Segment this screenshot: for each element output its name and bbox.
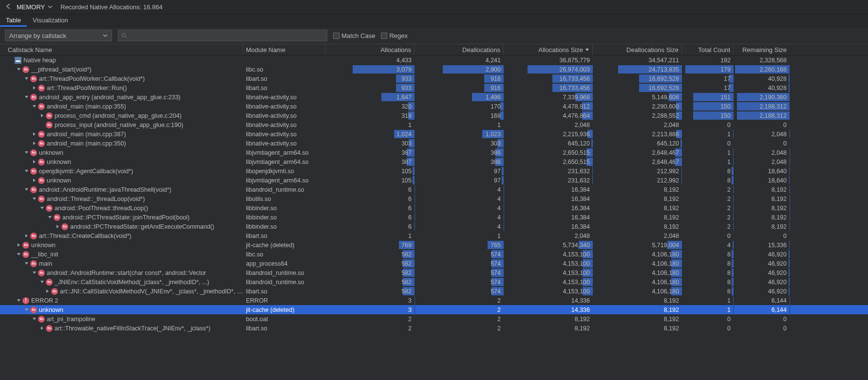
collapse-icon[interactable] [31, 316, 37, 322]
column-allocations-size[interactable]: Allocations Size [504, 44, 593, 55]
module-cell: libnative-activity.so [243, 94, 325, 101]
numeric-cell: 386 [415, 157, 504, 166]
table-row[interactable]: fnunknownlibjvmtiagent_arm64.so3873862,6… [0, 157, 868, 166]
expand-icon[interactable] [55, 224, 60, 230]
table-row[interactable]: fnandroid::IPCThreadState::getAndExecute… [0, 222, 868, 231]
table-row[interactable]: fnandroid_main (main.cpp:387)libnative-a… [0, 129, 868, 139]
collapse-icon[interactable] [23, 168, 29, 174]
regex-toggle[interactable]: Regex [381, 32, 408, 39]
collapse-icon[interactable] [23, 150, 29, 156]
function-icon: fn [38, 140, 45, 147]
table-row[interactable]: fn_JNIEnv::CallStaticVoidMethod(_jclass*… [0, 277, 868, 287]
numeric-cell: 150 [682, 102, 734, 111]
collapse-icon[interactable] [39, 279, 45, 285]
table-row[interactable]: fnandroid::AndroidRuntime::start(char co… [0, 268, 868, 277]
table-row[interactable]: fnmainapp_process645825744,153,1004,106,… [0, 259, 868, 268]
numeric-cell: 97 [415, 166, 504, 176]
numeric-cell: 192 [682, 55, 734, 65]
table-row[interactable]: fnandroid_main (main.cpp:355)libnative-a… [0, 102, 868, 111]
numeric-cell: 8,192 [734, 203, 790, 213]
expand-icon[interactable] [39, 113, 45, 119]
table-row[interactable]: fnandroid_app_entry (android_native_app_… [0, 92, 868, 102]
numeric-cell: 3 [325, 296, 415, 305]
collapse-icon[interactable] [16, 298, 21, 304]
table-row[interactable]: ▬Native heap4,4334,24136,875,77934,547,2… [0, 55, 868, 65]
arrange-select[interactable]: Arrange by callstack [5, 30, 112, 41]
collapse-icon[interactable] [23, 261, 29, 267]
module-cell: libbinder.so [243, 223, 325, 230]
match-case-toggle[interactable]: Match Case [333, 32, 375, 39]
tab-table[interactable]: Table [0, 15, 27, 27]
table-row[interactable]: fnart::JNI::CallStaticVoidMethodV(_JNIEn… [0, 287, 868, 296]
collapse-icon[interactable] [23, 94, 29, 100]
table-row[interactable]: fnunknownjit-cache (deleted)3214,3368,19… [0, 305, 868, 314]
callstack-name: main [39, 260, 52, 267]
table-row[interactable]: !ERROR 2ERROR3214,3368,19216,144 [0, 296, 868, 305]
numeric-cell: 2,048 [504, 231, 593, 240]
table-row[interactable]: fnandroid::PoolThread::threadLoop()libbi… [0, 203, 868, 213]
table-row[interactable]: fnunknownlibjvmtiagent_arm64.so10597231,… [0, 176, 868, 185]
table-row[interactable]: fn__libc_initlibc.so5825744,153,1004,106… [0, 250, 868, 259]
table-row[interactable]: fnprocess_input (android_native_app_glue… [0, 120, 868, 129]
table-row[interactable]: fnart::Thread::CreateCallback(void*)liba… [0, 231, 868, 240]
collapse-icon[interactable] [23, 76, 29, 82]
collapse-icon[interactable] [16, 67, 21, 72]
search-box[interactable] [118, 30, 327, 41]
callstack-cell: fnandroid::IPCThreadState::getAndExecute… [0, 223, 243, 230]
collapse-icon[interactable] [31, 196, 37, 202]
function-icon: fn [46, 325, 53, 332]
numeric-cell: 3 [325, 305, 415, 314]
table-row[interactable]: fnandroid::Thread::_threadLoop(void*)lib… [0, 194, 868, 203]
collapse-icon[interactable] [16, 252, 21, 257]
tab-visualization[interactable]: Visualization [27, 15, 74, 27]
collapse-icon[interactable] [47, 215, 53, 220]
column-remaining-size[interactable]: Remaining Size [734, 44, 790, 55]
section-label: MEMORY [17, 3, 45, 11]
column-deallocations-size[interactable]: Deallocations Size [593, 44, 682, 55]
regex-label: Regex [389, 32, 408, 39]
column-total-count[interactable]: Total Count [682, 44, 734, 55]
numeric-cell: 4,106,180 [593, 268, 682, 277]
numeric-cell: 7,339,968 [504, 92, 593, 102]
column-deallocations[interactable]: Deallocations [415, 44, 504, 55]
numeric-cell: 8 [682, 250, 734, 259]
table-row[interactable]: fnandroid::AndroidRuntime::javaThreadShe… [0, 185, 868, 194]
table-row[interactable]: fnandroid_main (main.cpp:350)libnative-a… [0, 139, 868, 148]
expand-icon[interactable] [45, 289, 50, 294]
numeric-cell: 24,713,835 [593, 65, 682, 74]
search-input[interactable] [129, 32, 324, 39]
column-callstack-name[interactable]: Callstack Name [0, 44, 243, 55]
expand-icon[interactable] [23, 233, 29, 239]
numeric-cell: 574 [415, 250, 504, 259]
expand-icon[interactable] [31, 141, 37, 146]
table-row[interactable]: fnandroid::IPCThreadState::joinThreadPoo… [0, 213, 868, 222]
numeric-cell: 4,478,912 [504, 102, 593, 111]
table-row[interactable]: fnunknownlibjvmtiagent_arm64.so3873862,6… [0, 148, 868, 157]
collapse-icon[interactable] [23, 307, 29, 313]
table-row[interactable]: fnart::Throwable_nativeFillInStackTrace(… [0, 324, 868, 333]
column-module-name[interactable]: Module Name [243, 44, 325, 55]
expand-icon[interactable] [31, 159, 37, 165]
chevron-down-icon[interactable] [48, 3, 53, 11]
table-row[interactable]: fnunknownjit-cache (deleted)7697655,734,… [0, 240, 868, 250]
expand-icon[interactable] [31, 178, 37, 183]
numeric-cell: 151 [682, 92, 734, 102]
table-row[interactable]: fnprocess_cmd (android_native_app_glue.c… [0, 111, 868, 120]
table-row[interactable]: fnart::ThreadPoolWorker::Run()libart.so9… [0, 83, 868, 92]
collapse-icon[interactable] [39, 205, 45, 211]
table-row[interactable]: fn__pthread_start(void*)libc.so3,0792,90… [0, 65, 868, 74]
table-row[interactable]: fnopenjdkjvmti::AgentCallback(void*)libo… [0, 166, 868, 176]
back-icon[interactable] [5, 3, 12, 11]
column-allocations[interactable]: Allocations [325, 44, 415, 55]
collapse-icon[interactable] [23, 187, 29, 193]
numeric-cell: 2,648,467 [593, 148, 682, 157]
callstack-cell: fnandroid::IPCThreadState::joinThreadPoo… [0, 214, 243, 221]
expand-icon[interactable] [31, 85, 37, 91]
expand-icon[interactable] [16, 242, 21, 248]
collapse-icon[interactable] [31, 104, 37, 109]
collapse-icon[interactable] [31, 270, 37, 276]
expand-icon[interactable] [31, 131, 37, 137]
table-row[interactable]: fnart_jni_trampolineboot.oat228,1928,192… [0, 314, 868, 324]
expand-icon[interactable] [39, 326, 45, 331]
table-row[interactable]: fnart::ThreadPoolWorker::Callback(void*)… [0, 74, 868, 83]
